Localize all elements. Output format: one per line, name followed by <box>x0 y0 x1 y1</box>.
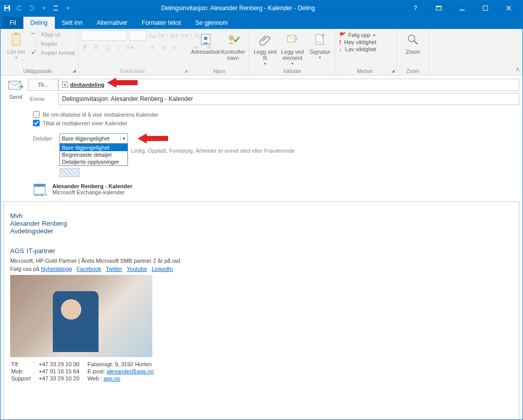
maximize-icon[interactable] <box>474 1 497 16</box>
indent-increase-icon[interactable]: ⇥ <box>204 44 212 51</box>
link-twitter[interactable]: Twitter <box>106 266 122 272</box>
sig-name: Alexander Renberg <box>10 220 513 227</box>
composer-header: Send Til... + dinitavdeling Emne Delings… <box>1 76 522 107</box>
link-nyhetsblogg[interactable]: Nyhetsblogg <box>41 266 72 272</box>
tab-alternativer[interactable]: Alternativer <box>89 17 135 29</box>
high-importance-button[interactable]: !Høy viktighet <box>339 39 376 46</box>
tab-settinn[interactable]: Sett inn <box>55 17 90 29</box>
calendar-share-icon <box>33 182 47 196</box>
dialog-launcher-icon[interactable]: ◢ <box>391 68 395 73</box>
help-icon[interactable]: ? <box>404 1 427 16</box>
attach-item-button[interactable]: Legg ved element▾ <box>280 30 305 66</box>
group-navn-label: Navn <box>193 67 246 74</box>
font-family-select[interactable] <box>81 30 127 41</box>
opt-request-view[interactable]: Be om tillatelse til å vise mottakerens … <box>33 111 519 118</box>
ribbon: Lim inn▾ ✂Klipp ut 📄Kopier 🖌Kopier forma… <box>1 29 522 76</box>
check-names-button[interactable]: Kontroller navn <box>220 30 246 61</box>
clear-format-icon[interactable]: A◇ <box>194 32 203 39</box>
tab-formater[interactable]: Formater tekst <box>135 17 188 29</box>
paste-icon <box>8 31 24 48</box>
qat-dropdown-icon[interactable]: ▾ <box>39 4 48 13</box>
chevron-down-icon: ▾ <box>120 136 125 141</box>
details-option[interactable]: Bare tilgjengelighet <box>60 144 127 151</box>
details-select[interactable]: Bare tilgjengelighet ▾ <box>59 133 128 144</box>
magnifier-icon <box>405 31 421 48</box>
align-left-icon[interactable]: ≡ <box>148 44 156 51</box>
link-youtube[interactable]: Youtube <box>127 266 147 272</box>
underline-button[interactable]: U <box>104 44 112 51</box>
indent-decrease-icon[interactable]: ⇤ <box>193 44 201 51</box>
tab-segjennom[interactable]: Se gjennom <box>188 17 235 29</box>
details-option[interactable]: Begrensede detaljer <box>60 151 127 158</box>
highlight-icon[interactable]: A▾ <box>126 44 134 51</box>
collapse-ribbon-icon[interactable]: ᐱ <box>516 66 519 72</box>
close-icon[interactable] <box>497 1 520 16</box>
sig-follow: Følg oss på Nyhetsblogg Facebook Twitter… <box>10 266 513 272</box>
group-zoom-label: Zoom <box>400 67 426 74</box>
group-utklippstavle-label: Utklippstavle <box>23 68 52 74</box>
svg-point-13 <box>228 35 234 41</box>
checkbox-request-view[interactable] <box>33 111 40 118</box>
signature-icon <box>312 31 328 48</box>
save-icon[interactable] <box>3 4 12 13</box>
checkbox-allow-view[interactable] <box>33 120 40 126</box>
format-painter-button[interactable]: 🖌Kopier format <box>31 49 75 57</box>
calendar-sub: Microsoft Exchange-kalender <box>52 189 124 195</box>
italic-button[interactable]: K <box>92 44 101 51</box>
attach-file-button[interactable]: Legg ved fil▾ <box>252 30 278 66</box>
group-merker: 🚩Følg opp ▾ !Høy viktighet ↓Lav viktighe… <box>336 29 397 75</box>
svg-marker-20 <box>138 133 168 144</box>
attach-item-icon <box>284 31 301 48</box>
cut-button[interactable]: ✂Klipp ut <box>31 30 75 39</box>
qat-dropdown-2-icon[interactable]: ▾ <box>63 4 73 13</box>
zoom-button[interactable]: Zoom <box>400 30 426 55</box>
details-label: Detaljer <box>33 133 59 142</box>
copy-button[interactable]: 📄Kopier <box>31 40 75 48</box>
align-center-icon[interactable]: ≡ <box>159 44 168 51</box>
signature-button[interactable]: Signatur▾ <box>307 30 333 60</box>
font-size-select[interactable] <box>129 30 146 41</box>
brush-icon: 🖌 <box>31 49 39 57</box>
recipient-chip[interactable]: dinitavdeling <box>70 82 105 88</box>
link-facebook[interactable]: Facebook <box>77 266 101 272</box>
annotation-arrow-2 <box>138 132 168 145</box>
mail-body[interactable]: Mvh Alexander Renberg Avdelingsleder AGS… <box>4 201 519 420</box>
minimize-icon[interactable] <box>450 1 474 16</box>
decrease-font-icon[interactable]: A▾ <box>157 32 165 39</box>
low-importance-button[interactable]: ↓Lav viktighet <box>339 46 376 53</box>
details-hint: Ledig, Opptatt, Foreløpig, Arbeider et a… <box>131 148 295 154</box>
flag-icon: 🚩 <box>339 32 345 38</box>
paste-button[interactable]: Lim inn▾ <box>4 30 29 60</box>
increase-font-icon[interactable]: A▴ <box>148 32 155 39</box>
ribbon-display-icon[interactable] <box>427 1 450 16</box>
svg-rect-3 <box>54 6 58 7</box>
tab-deling[interactable]: Deling <box>23 17 55 29</box>
calendar-name: Alexander Renberg - Kalender <box>52 183 133 189</box>
follow-up-button[interactable]: 🚩Følg opp ▾ <box>339 31 375 39</box>
expand-recipient-icon[interactable]: + <box>62 82 68 88</box>
touch-mode-icon[interactable] <box>51 4 60 13</box>
subject-field[interactable]: Delingsinvitasjon: Alexander Renberg - K… <box>58 93 519 105</box>
tab-fil[interactable]: Fil <box>3 17 23 29</box>
paperclip-icon <box>257 31 273 48</box>
send-button[interactable]: Send <box>9 94 22 100</box>
numbering-icon[interactable]: ≣▾ <box>180 32 188 39</box>
group-utklippstavle: Lim inn▾ ✂Klipp ut 📄Kopier 🖌Kopier forma… <box>1 29 78 75</box>
link-email[interactable]: alexander@ags.no <box>107 368 154 374</box>
undo-icon[interactable] <box>15 4 24 13</box>
details-option[interactable]: Detaljerte opplysninger <box>60 158 127 165</box>
link-web[interactable]: ags.no <box>104 375 120 381</box>
link-linkedin[interactable]: LinkedIn <box>152 266 173 272</box>
bold-button[interactable]: F <box>81 44 89 51</box>
svg-point-12 <box>204 37 208 40</box>
to-button[interactable]: Til... <box>28 79 58 91</box>
group-inkluder-label: Inkluder <box>252 67 333 74</box>
svg-point-16 <box>408 35 415 42</box>
dialog-launcher-icon[interactable]: ◢ <box>184 68 187 73</box>
align-right-icon[interactable]: ≡ <box>171 44 179 51</box>
scissors-icon: ✂ <box>31 30 39 39</box>
redo-icon[interactable] <box>27 4 36 13</box>
opt-allow-view[interactable]: Tillat at mottakeren viser Kalender <box>33 120 519 126</box>
bullets-icon[interactable]: ≣▾ <box>170 32 178 39</box>
dialog-launcher-icon[interactable]: ◢ <box>73 68 76 73</box>
